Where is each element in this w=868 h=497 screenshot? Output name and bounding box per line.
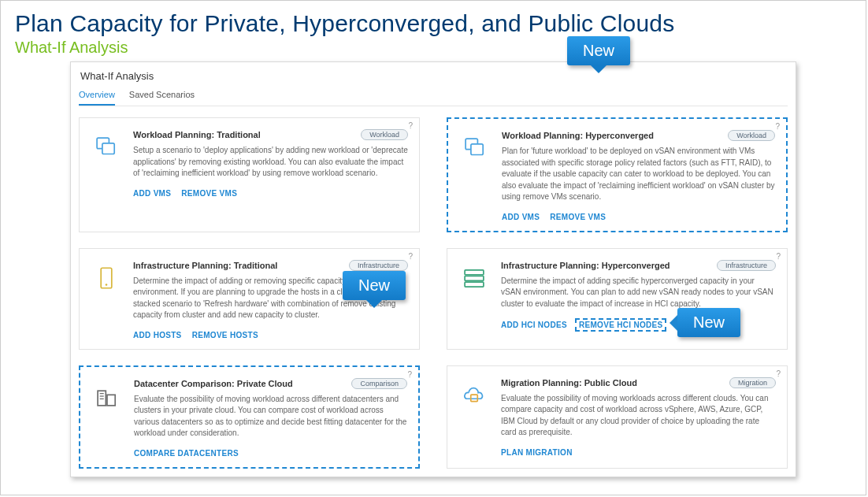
card-description: Plan for 'future workload' to be deploye… [502, 146, 775, 203]
card-title: Workload Planning: Traditional [133, 130, 261, 139]
card-workload-traditional: ? Workload Planning: Traditional Workloa… [79, 117, 420, 232]
server-icon [93, 265, 120, 291]
help-icon[interactable]: ? [775, 122, 780, 131]
compare-datacenters-link[interactable]: COMPARE DATACENTERS [134, 449, 239, 458]
card-title: Infrastructure Planning: Traditional [133, 261, 277, 270]
callout-new-top: New [567, 36, 630, 65]
svg-rect-7 [465, 276, 484, 280]
svg-point-5 [106, 284, 108, 286]
card-description: Setup a scenario to 'deploy applications… [133, 145, 408, 180]
remove-hosts-link[interactable]: REMOVE HOSTS [192, 331, 258, 339]
card-datacenter-comparison: ? Datacenter Comparison: Private Cloud C… [79, 365, 420, 469]
callout-label: New [358, 276, 390, 294]
card-workload-hyperconverged: ? Workload Planning: Hyperconverged Work… [447, 117, 788, 232]
workload-icon [93, 134, 120, 161]
badge-migration: Migration [729, 377, 776, 388]
tab-overview[interactable]: Overview [79, 87, 115, 106]
card-description: Evaluate the possibility of moving workl… [134, 394, 407, 440]
page-title: Plan Capacity for Private, Hyperconverge… [15, 10, 851, 37]
remove-hci-nodes-link[interactable]: REMOVE HCI NODES [579, 321, 662, 329]
badge-workload: Workload [361, 129, 408, 140]
card-migration-planning: ? Migration Planning: Public Cloud Migra… [447, 365, 788, 469]
remove-vms-link[interactable]: REMOVE VMS [181, 189, 237, 198]
card-description: Determine the impact of adding specific … [501, 276, 776, 310]
remove-vms-link[interactable]: REMOVE VMS [550, 213, 606, 221]
add-hci-nodes-link[interactable]: ADD HCI NODES [501, 321, 567, 329]
callout-new-right: New [677, 308, 740, 337]
help-icon[interactable]: ? [408, 121, 413, 130]
plan-migration-link[interactable]: PLAN MIGRATION [501, 448, 573, 457]
help-icon[interactable]: ? [408, 252, 413, 261]
add-vms-link[interactable]: ADD VMS [133, 189, 171, 198]
badge-infrastructure: Infrastructure [349, 260, 408, 271]
callout-label: New [583, 42, 614, 59]
svg-rect-1 [102, 143, 114, 154]
add-vms-link[interactable]: ADD VMS [502, 213, 540, 221]
cloud-box-icon [461, 382, 488, 409]
svg-rect-3 [471, 144, 483, 155]
tabs: Overview Saved Scenarios [79, 87, 788, 106]
badge-comparison: Comparison [351, 378, 407, 389]
card-title: Migration Planning: Public Cloud [501, 378, 637, 388]
svg-rect-14 [471, 395, 478, 402]
buildings-icon [94, 383, 121, 410]
help-icon[interactable]: ? [776, 252, 781, 261]
page-subtitle: What-If Analysis [15, 39, 851, 57]
card-title: Infrastructure Planning: Hyperconverged [501, 261, 670, 270]
badge-workload: Workload [728, 130, 775, 141]
svg-rect-8 [465, 282, 484, 287]
help-icon[interactable]: ? [776, 369, 781, 378]
svg-rect-10 [107, 395, 115, 406]
card-title: Workload Planning: Hyperconverged [502, 131, 654, 140]
workload-icon [462, 135, 488, 161]
card-description: Evaluate the possibility of moving workl… [501, 393, 776, 439]
badge-infrastructure: Infrastructure [717, 260, 776, 271]
panel-title: What-If Analysis [80, 70, 788, 82]
callout-label: New [693, 313, 725, 331]
whatif-panel: New New New What-If Analysis Overview Sa… [70, 61, 796, 477]
callout-new-mid: New [343, 271, 406, 300]
rack-icon [461, 265, 488, 291]
help-icon[interactable]: ? [407, 370, 412, 379]
card-title: Datacenter Comparison: Private Cloud [134, 379, 293, 388]
add-hosts-link[interactable]: ADD HOSTS [133, 331, 182, 339]
svg-rect-6 [465, 269, 484, 274]
tab-saved-scenarios[interactable]: Saved Scenarios [129, 87, 195, 106]
